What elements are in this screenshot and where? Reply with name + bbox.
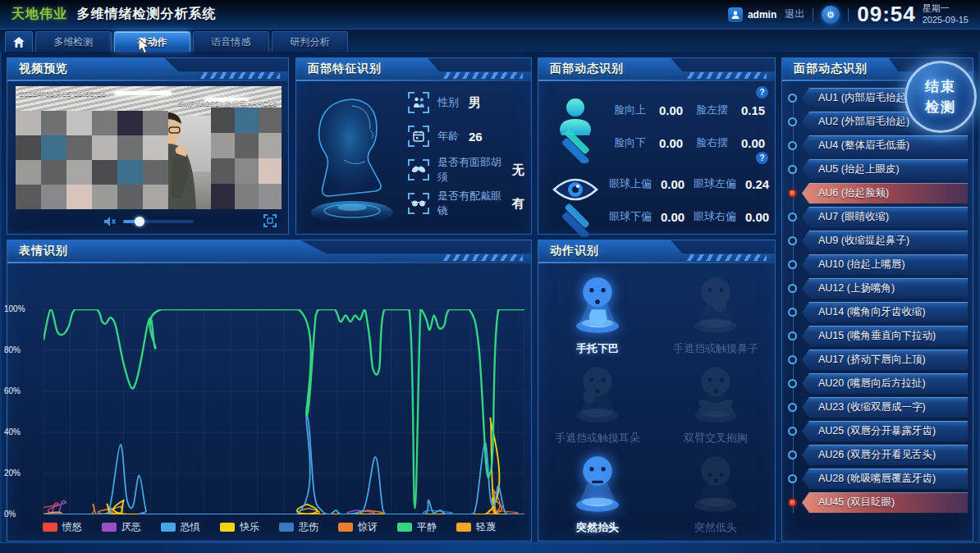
legend-swatch — [102, 523, 117, 532]
au-item[interactable]: AU20 (嘴唇向后方拉扯) — [782, 373, 968, 394]
au-bar[interactable]: AU26 (双唇分开看见舌头) — [802, 445, 968, 465]
tab-4[interactable]: 研判分析 — [272, 31, 348, 52]
feature-label: 性别 — [437, 95, 459, 110]
au-label: AU5 (抬起上眼皮) — [818, 162, 900, 176]
au-item[interactable]: AU26 (双唇分开看见舌头) — [782, 445, 968, 465]
au-item[interactable]: AU45 (双目眨眼) — [782, 492, 968, 513]
au-bar[interactable]: AU20 (嘴唇向后方拉扯) — [802, 373, 968, 394]
au-bar[interactable]: AU17 (挤动下唇向上顶) — [802, 350, 968, 370]
metric-label: 脸左摆 — [696, 103, 733, 117]
au-bar[interactable]: AU14 (嘴角向牙齿收缩) — [802, 302, 968, 322]
mosaic-cell — [235, 184, 259, 209]
au-status-dot — [788, 403, 797, 412]
settings-button[interactable] — [822, 6, 840, 24]
au-bar[interactable]: AU28 (吮吸嘴唇覆盖牙齿) — [802, 468, 968, 489]
legend-item[interactable]: 惊讶 — [338, 520, 378, 534]
action-item[interactable]: 手遮挡或触摸耳朵 — [538, 358, 657, 447]
action-item[interactable]: 手托下巴 — [538, 268, 657, 358]
legend-item[interactable]: 悲伤 — [279, 520, 318, 534]
au-bar[interactable]: AU6 (抬起脸颊) — [802, 183, 968, 203]
mute-icon[interactable] — [103, 216, 117, 227]
app-title: 天地伟业 多维情绪检测分析系统 — [11, 6, 216, 23]
video-controls — [16, 213, 282, 231]
gear-icon — [827, 9, 835, 21]
home-tab[interactable] — [5, 31, 33, 52]
action-item[interactable]: 突然抬头 — [538, 448, 657, 537]
au-item[interactable]: AU14 (嘴角向牙齿收缩) — [782, 302, 968, 322]
tab-1[interactable]: 多维检测 — [35, 31, 112, 52]
au-status-dot — [788, 141, 797, 150]
au-bar[interactable]: AU15 (嘴角垂直向下拉动) — [802, 326, 968, 346]
stop-detection-button[interactable]: 结束 · · · · · · 检测 — [904, 61, 977, 133]
au-item[interactable]: AU9 (收缩提起鼻子) — [782, 231, 968, 251]
au-item[interactable]: AU7 (眼睛收缩) — [782, 207, 968, 227]
mosaic-cell — [41, 111, 66, 135]
legend-item[interactable]: 轻蔑 — [456, 520, 496, 534]
mosaic-cell — [117, 185, 143, 209]
legend-item[interactable]: 愤怒 — [43, 520, 82, 534]
legend-item[interactable]: 平静 — [397, 520, 437, 534]
metric-value: 0.00 — [661, 210, 685, 224]
hologram-head — [301, 88, 403, 229]
feature-value: 26 — [469, 130, 483, 144]
video-stage[interactable]: 2025年09月15 09:53:56 5MP+H265+走廊车+AAC48 — [16, 86, 282, 209]
metric-value: 0.00 — [659, 103, 688, 117]
mosaic-cell — [66, 185, 92, 209]
au-status-dot — [788, 308, 797, 317]
ceiling-light — [114, 91, 172, 95]
mosaic-cell — [143, 135, 168, 160]
metric-label: 脸右摆 — [696, 135, 733, 150]
help-icon[interactable]: ? — [756, 86, 768, 98]
action-item[interactable]: 突然低头 — [657, 448, 775, 537]
volume-slider[interactable] — [123, 220, 194, 223]
au-bar[interactable]: AU4 (整体眉毛低垂) — [802, 135, 968, 156]
au-bar[interactable]: AU45 (双目眨眼) — [802, 492, 968, 513]
help-icon[interactable]: ? — [756, 152, 768, 164]
tab-2[interactable]: 微动作 — [114, 31, 190, 52]
face-pose-group: ? 脸向上 0.00 脸左摆 0.15 脸向下 0.00 脸右摆 0.00 — [538, 89, 775, 165]
legend-swatch — [456, 523, 471, 532]
action-item[interactable]: 双臂交叉抱胸 — [657, 358, 775, 447]
mosaic-cell — [92, 111, 117, 135]
legend-item[interactable]: 厌恶 — [102, 520, 141, 534]
action-panel: 动作识别 手托下巴手遮挡或触摸鼻子手遮挡或触摸耳朵双臂交叉抱胸突然抬头突然低头 — [538, 240, 776, 542]
au-bar[interactable]: AU5 (抬起上眼皮) — [802, 159, 968, 180]
au-item[interactable]: AU17 (挤动下唇向上顶) — [782, 350, 968, 370]
tab-3[interactable]: 语音情感 — [193, 31, 269, 52]
au-bar[interactable]: AU12 (上扬嘴角) — [802, 278, 968, 299]
au-list: AU1 (内部眉毛抬起)AU2 (外部眉毛抬起)AU4 (整体眉毛低垂)AU5 … — [782, 88, 968, 513]
au-bar[interactable]: AU9 (收缩提起鼻子) — [802, 231, 968, 251]
expression-panel: 表情识别 100%80%60%40%20%0% 愤怒厌恶恐惧快乐悲伤惊讶平静轻蔑 — [7, 240, 532, 542]
legend-item[interactable]: 恐惧 — [161, 520, 200, 534]
mosaic-cell — [211, 158, 235, 184]
user-chip: admin — [728, 7, 776, 22]
logout-button[interactable]: 退出 — [785, 7, 804, 21]
au-item[interactable]: AU5 (抬起上眼皮) — [782, 159, 968, 180]
au-bar[interactable]: AU25 (双唇分开暴露牙齿) — [802, 421, 968, 441]
video-stream-info-overlay: 5MP+H265+走廊车+AAC48 — [179, 98, 277, 109]
mosaic-cell — [143, 111, 168, 135]
au-item[interactable]: AU23 (收缩双唇成一字) — [782, 397, 968, 418]
au-item[interactable]: AU10 (抬起上嘴唇) — [782, 254, 968, 275]
au-status-dot — [788, 117, 797, 126]
au-bar[interactable]: AU7 (眼睛收缩) — [802, 207, 968, 227]
metric-value: 0.00 — [659, 136, 688, 150]
fullscreen-icon[interactable] — [263, 214, 277, 227]
au-bar[interactable]: AU23 (收缩双唇成一字) — [802, 397, 968, 418]
au-item[interactable]: AU6 (抬起脸颊) — [782, 183, 968, 203]
au-item[interactable]: AU12 (上扬嘴角) — [782, 278, 968, 299]
au-item[interactable]: AU28 (吮吸嘴唇覆盖牙齿) — [782, 468, 968, 489]
volume-knob[interactable] — [135, 217, 144, 226]
au-bar[interactable]: AU10 (抬起上嘴唇) — [802, 254, 968, 275]
au-item[interactable]: AU15 (嘴角垂直向下拉动) — [782, 326, 968, 346]
legend-item[interactable]: 快乐 — [220, 520, 259, 534]
mosaic-cell — [117, 160, 143, 185]
au-item[interactable]: AU25 (双唇分开暴露牙齿) — [782, 421, 968, 441]
au-status-dot — [788, 94, 797, 103]
au-label: AU23 (收缩双唇成一字) — [818, 400, 926, 414]
eye-gaze-icon — [550, 168, 601, 237]
au-status-dot — [788, 165, 797, 174]
au-item[interactable]: AU4 (整体眉毛低垂) — [782, 135, 968, 156]
action-item[interactable]: 手遮挡或触摸鼻子 — [657, 268, 775, 358]
y-tick-label: 60% — [4, 386, 35, 395]
